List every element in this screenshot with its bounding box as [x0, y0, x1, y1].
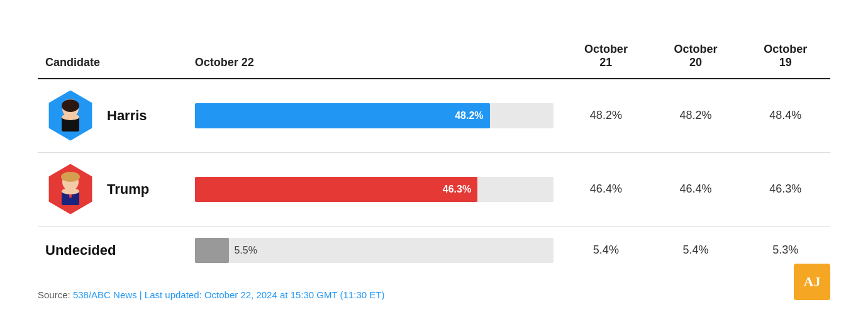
bar-fill-undecided [195, 238, 229, 263]
col-header-oct21: October 21 [561, 36, 651, 79]
bar-cell-trump: 46.3% [187, 152, 561, 226]
col-header-oct22: October 22 [187, 36, 561, 79]
source-link[interactable]: 538/ABC News | Last updated: October 22,… [73, 289, 385, 300]
col-header-oct20: October 20 [651, 36, 741, 79]
trump-oct21: 46.4% [561, 152, 651, 226]
col-header-oct19: October 19 [740, 36, 830, 79]
undecided-oct20: 5.4% [651, 226, 741, 274]
polling-table: Candidate October 22 October 21 October … [38, 36, 830, 274]
bar-label-harris: 48.2% [455, 110, 483, 121]
table-row: Harris48.2%48.2%48.2%48.4% [38, 79, 830, 153]
harris-oct21: 48.2% [561, 79, 651, 153]
source-prefix: Source: [38, 289, 73, 300]
svg-point-5 [61, 172, 80, 182]
svg-point-1 [62, 99, 79, 112]
bar-fill-harris: 48.2% [195, 103, 490, 128]
bar-label-outside-undecided: 5.5% [234, 245, 257, 256]
bar-fill-trump: 46.3% [195, 177, 477, 202]
undecided-oct21: 5.4% [561, 226, 651, 274]
bar-label-trump: 46.3% [443, 184, 471, 195]
svg-point-8 [62, 188, 79, 194]
al-jazeera-icon: AJ [799, 269, 825, 295]
trump-avatar [45, 164, 96, 215]
harris-oct19: 48.4% [740, 79, 830, 153]
candidate-name-undecided: Undecided [45, 242, 116, 259]
trump-oct20: 46.4% [651, 152, 741, 226]
bar-cell-undecided: 5.5% [187, 226, 561, 274]
table-row: Trump46.3%46.4%46.4%46.3% [38, 152, 830, 226]
harris-oct20: 48.2% [651, 79, 741, 153]
main-container: Candidate October 22 October 21 October … [19, 24, 849, 313]
source-row: Source: 538/ABC News | Last updated: Oct… [38, 289, 830, 300]
candidate-cell-harris: Harris [38, 79, 187, 153]
candidate-name-harris: Harris [107, 108, 147, 124]
col-header-candidate: Candidate [38, 36, 187, 79]
al-jazeera-logo: AJ [794, 264, 830, 300]
table-row: Undecided5.5%5.4%5.4%5.3% [38, 226, 830, 274]
svg-text:AJ: AJ [804, 274, 821, 289]
candidate-name-trump: Trump [107, 181, 149, 198]
trump-oct19: 46.3% [740, 152, 830, 226]
harris-avatar [45, 91, 96, 141]
svg-point-3 [62, 114, 79, 120]
candidate-cell-undecided: Undecided [38, 226, 187, 274]
bar-cell-harris: 48.2% [187, 79, 561, 153]
candidate-cell-trump: Trump [38, 152, 187, 226]
